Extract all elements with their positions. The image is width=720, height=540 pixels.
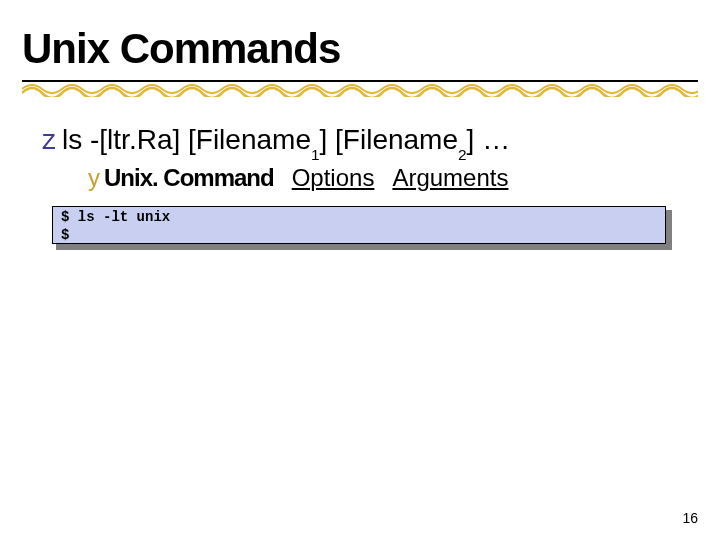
underline-scribble-icon (22, 83, 698, 97)
slide: Unix Commands zls -[ltr.Ra] [Filename1] … (0, 0, 720, 540)
bullet1-sub2: 2 (458, 146, 467, 163)
bullet1-text-tail: ] … (467, 124, 511, 155)
title-underline (22, 80, 698, 100)
bullet2-options-label: Options (292, 164, 375, 191)
bullet2-marker-icon: y (88, 164, 100, 191)
bullet1-text-pre: ls -[ltr.Ra] [Filename (62, 124, 311, 155)
bullet1-sub1: 1 (311, 146, 320, 163)
page-number: 16 (682, 510, 698, 526)
bullet1-marker-icon: z (42, 124, 56, 155)
bullet1-text-mid: ] [Filename (320, 124, 459, 155)
slide-title: Unix Commands (22, 25, 340, 73)
underline-topline (22, 80, 698, 82)
bullet-level1: zls -[ltr.Ra] [Filename1] [Filename2] … (42, 124, 510, 160)
bullet2-command-label: Unix. Command (104, 164, 274, 191)
bullet-level2: yUnix. CommandOptionsArguments (88, 164, 508, 192)
code-box: $ ls -lt unix $ (52, 206, 666, 244)
bullet2-arguments-label: Arguments (392, 164, 508, 191)
